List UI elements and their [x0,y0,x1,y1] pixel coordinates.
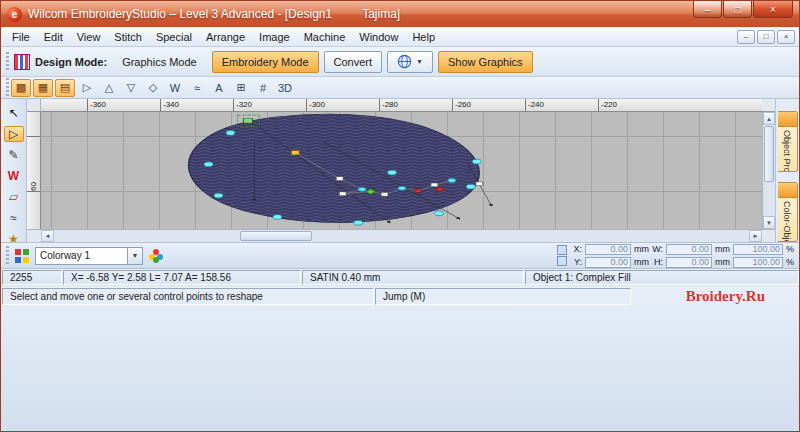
globe-dropdown-arrow-icon[interactable]: ▼ [416,58,423,65]
watermark: Broidery.Ru [639,288,765,305]
status-hint: Select and move one or several control p… [2,288,374,305]
toolbar-icon-button[interactable]: ▦ [33,79,53,97]
show-graphics-button[interactable]: Show Graphics [438,51,533,73]
ruler-label: -340 [160,99,233,111]
menu-item[interactable]: Edit [37,29,70,45]
vertical-scrollbar[interactable]: ▲ ▼ [762,112,775,229]
h-label: H: [652,257,663,267]
x-label: X: [571,244,582,254]
toolbar-grip[interactable] [6,52,9,72]
toolbar-icon-button[interactable]: ≈ [187,79,207,97]
mdi-restore-button[interactable]: □ [757,30,775,44]
menu-item[interactable]: Help [405,29,442,45]
tab-label: Color-Object List [782,201,792,243]
toolbar-icon-button[interactable]: A [209,79,229,97]
height-field[interactable]: 0.00 [666,257,712,268]
toolbar-icon-button[interactable]: ▷ [77,79,97,97]
vertical-scroll-thumb[interactable] [764,126,774,182]
menu-item[interactable]: Window [352,29,405,45]
scroll-down-icon[interactable]: ▼ [763,216,775,229]
toolbar-icon-button[interactable]: ◇ [143,79,163,97]
colorway-bar: Colorway 1 ▼ X: 0.00 mm W: 0.00 mm 100.0… [1,242,799,268]
tab-color-object-list[interactable]: Color-Object List [778,182,798,243]
colorway-flower-icon[interactable] [147,247,165,265]
main-area: ↖ ▷ ✎ W ▱ ≈ ★ ◉ ∴ -360-340-320-300-280-2… [1,99,799,242]
ruler-label: -360 [87,99,160,111]
design-mode-label: Design Mode: [35,56,107,68]
menu-item[interactable]: Machine [297,29,353,45]
toolbar-grip[interactable] [6,246,9,266]
x-field[interactable]: 0.00 [585,244,631,255]
ruler-label: 40 [27,191,40,229]
axis-icons [557,245,567,266]
close-button[interactable]: × [753,1,793,18]
tab-label: Object Properties [782,130,792,172]
mdi-close-button[interactable]: × [777,30,795,44]
position-y-icon[interactable] [557,256,567,266]
scroll-left-icon[interactable]: ◄ [41,230,54,242]
menu-item[interactable]: Stitch [107,29,149,45]
colorway-dropdown-arrow-icon[interactable]: ▼ [127,248,142,264]
menubar: FileEditViewStitchSpecialArrangeImageMac… [1,27,799,47]
app-window: e Wilcom EmbroideryStudio – Level 3 Adva… [0,0,800,432]
toolbar-icon-button[interactable]: △ [99,79,119,97]
toolbox: ↖ ▷ ✎ W ▱ ≈ ★ ◉ ∴ [1,99,27,242]
tab-object-properties[interactable]: Object Properties [778,111,798,172]
scale-x-percent-label: % [786,244,794,254]
window-title: Wilcom EmbroideryStudio – Level 3 Advanc… [28,7,332,21]
toolbar-icon-button[interactable]: ⊞ [231,79,251,97]
toolbar-icon-button[interactable]: ▤ [55,79,75,97]
selected-object-info: Object 1: Complex Fill [525,270,799,285]
toolbar-icon-button[interactable]: ▽ [121,79,141,97]
w-unit-label: mm [715,244,730,254]
y-field[interactable]: 0.00 [585,257,631,268]
toolbar-icon-button[interactable]: W [165,79,185,97]
icon-toolbar: ▩▦▤▷△▽◇W≈A⊞#3D [1,77,799,99]
hoop-globe-button[interactable]: ▼ [387,51,433,73]
toolbar-icon-button[interactable]: ▩ [11,79,31,97]
run-stitch-tool[interactable]: ≈ [4,210,24,226]
machine-format-title: Tajima] [362,7,400,21]
horizontal-scroll-thumb[interactable] [240,231,312,241]
scale-x-field[interactable]: 100.00 [733,244,783,255]
position-x-icon[interactable] [557,245,567,255]
convert-button[interactable]: Convert [324,51,383,73]
stitch-toolbar-icon[interactable] [14,54,30,70]
menu-item[interactable]: Arrange [199,29,252,45]
menu-item[interactable]: View [70,29,108,45]
pen-tool[interactable]: ✎ [4,147,24,163]
select-tool[interactable]: ↖ [4,105,24,121]
scroll-right-icon[interactable]: ► [749,230,762,242]
maximize-button[interactable]: □ [723,1,752,18]
horizontal-scrollbar[interactable]: ◄ ► [41,229,762,242]
graphics-mode-button[interactable]: Graphics Mode [112,51,207,73]
width-field[interactable]: 0.00 [666,244,712,255]
toolbar-grip[interactable] [6,78,9,98]
docked-panel-tabs: Object Properties Color-Object List [775,99,799,242]
embroidery-design [41,112,762,229]
canvas-panel: -360-340-320-300-280-260-240-220 6040200 [27,99,775,242]
menu-item[interactable]: Special [149,29,199,45]
scale-y-field[interactable]: 100.00 [733,257,783,268]
design-mode-toolbar: Design Mode: Graphics Mode Embroidery Mo… [1,47,799,77]
minimize-button[interactable]: – [693,1,722,18]
embroidery-mode-button[interactable]: Embroidery Mode [212,51,319,73]
colorway-select[interactable]: Colorway 1 ▼ [35,247,143,265]
scroll-up-icon[interactable]: ▲ [763,112,775,125]
thread-palette-icon[interactable] [13,247,31,265]
toolbar-icon-button[interactable]: # [253,79,273,97]
start-point-handle[interactable] [243,118,252,123]
wilcom-logo-icon: e [7,7,22,22]
titlebar: e Wilcom EmbroideryStudio – Level 3 Adva… [1,1,799,27]
ruler-label: -280 [379,99,452,111]
menu-item[interactable]: Image [252,29,297,45]
menu-item[interactable]: File [5,29,37,45]
reshape-tool[interactable]: ▷ [4,126,24,142]
toolbar-icon-button[interactable]: 3D [275,79,295,97]
mdi-minimize-button[interactable]: – [737,30,755,44]
ruler-corner [27,99,41,112]
design-canvas[interactable] [41,112,762,229]
stitch-count: 2255 [2,270,62,285]
lettering-tool[interactable]: W [4,168,24,184]
closed-shape-tool[interactable]: ▱ [4,189,24,205]
